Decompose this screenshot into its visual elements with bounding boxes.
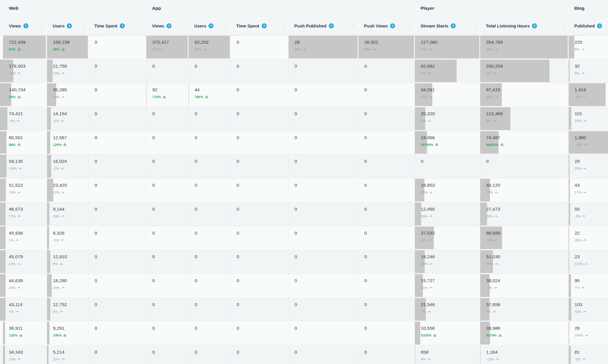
cell-value: 0 xyxy=(364,206,415,212)
cell-change: -12% xyxy=(486,358,568,361)
cell-wv: 43,1147% xyxy=(3,298,47,321)
cell-value: 38,024 xyxy=(486,278,568,284)
help-icon[interactable]: ? xyxy=(208,23,214,28)
help-icon[interactable]: ? xyxy=(329,23,334,28)
cell-pv: 0 xyxy=(358,178,415,202)
change-value: -2% xyxy=(575,95,580,99)
cell-change: -10% xyxy=(9,167,47,170)
cell-wu: 8,328-2% xyxy=(47,226,88,250)
cell-value: 0 xyxy=(95,87,146,93)
trend-up-icon xyxy=(16,239,19,241)
sort-icon[interactable]: ↑↓ xyxy=(41,24,43,28)
change-value: 17% xyxy=(575,191,581,194)
sort-icon[interactable]: ↑↓ xyxy=(562,24,565,28)
cell-pp: 0 xyxy=(288,274,358,298)
cell-content: 0 xyxy=(358,298,415,308)
column-header-wt[interactable]: Time Spent?↑↓ xyxy=(88,17,146,35)
change-value: 14% xyxy=(486,238,493,242)
column-header-au[interactable]: Users?↑↓ xyxy=(188,17,230,35)
cell-value: 0 xyxy=(364,325,415,331)
sort-icon[interactable]: ↑↓ xyxy=(82,24,85,28)
value-bar xyxy=(0,203,3,225)
column-header-pv[interactable]: Push Views?↑↓ xyxy=(358,17,415,35)
cell-value: 722,439 xyxy=(9,39,47,45)
help-icon[interactable]: ? xyxy=(120,23,125,28)
sort-icon[interactable]: ↑↓ xyxy=(352,24,355,28)
change-value: 8% xyxy=(421,358,426,361)
cell-change: 30% xyxy=(486,95,568,99)
cell-content: 0 xyxy=(189,226,230,236)
sort-icon[interactable]: ↑↓ xyxy=(182,24,185,28)
cell-change: 35% xyxy=(575,238,608,242)
trend-down-icon xyxy=(17,120,20,122)
cell-pv: 0 xyxy=(358,321,415,345)
help-icon[interactable]: ? xyxy=(597,23,602,28)
cell-wv: 176,50310% xyxy=(3,59,47,83)
cell-value: 0 xyxy=(152,111,188,117)
change-value: 129% xyxy=(53,143,62,147)
cell-content: 24,06649769% xyxy=(415,131,480,147)
column-header-bp[interactable]: Published?↑↓ xyxy=(568,17,608,35)
cell-change: 16% xyxy=(295,48,358,51)
change-value: 17% xyxy=(9,214,16,218)
value-bar xyxy=(0,107,3,130)
trend-up-icon xyxy=(583,239,586,241)
column-header-ss[interactable]: Stream Starts?↑↓ xyxy=(415,17,480,35)
column-header-tlh[interactable]: Total Listening Hours?↑↓ xyxy=(480,17,568,35)
help-icon[interactable]: ? xyxy=(262,23,267,28)
cell-value: 0 xyxy=(152,349,188,355)
sort-icon[interactable]: ↑↓ xyxy=(408,24,411,28)
cell-content: 0 xyxy=(231,83,288,93)
help-icon[interactable]: ? xyxy=(166,23,172,28)
cell-bp: 26266% xyxy=(568,321,608,345)
table-row: 140,73454%35,28550%092710%44786%00034,59… xyxy=(0,83,608,107)
cell-pv: 0 xyxy=(358,226,415,250)
column-label: Push Published xyxy=(294,24,326,28)
cell-value: 5,214 xyxy=(53,349,88,355)
cell-value: 20,320 xyxy=(421,111,480,117)
trend-down-icon xyxy=(584,144,588,146)
cell-content: 0 xyxy=(146,274,188,284)
sort-icon[interactable]: ↑↓ xyxy=(140,24,143,28)
cell-value: 0 xyxy=(195,349,230,355)
table-row: 51,52224%23,42522%00000018,85322%40,1201… xyxy=(0,178,608,202)
trend-up-icon xyxy=(583,191,586,194)
cell-content: 62,20269% xyxy=(189,35,230,51)
cell-ss: 15,72741% xyxy=(415,274,480,298)
cell-content: 127,06067% xyxy=(415,35,480,51)
value-bar xyxy=(0,131,3,154)
sort-icon[interactable]: ↑↓ xyxy=(474,24,476,28)
column-header-at[interactable]: Time Spent?↑↓ xyxy=(230,17,288,35)
change-value: 24% xyxy=(53,214,60,218)
cell-av: 0 xyxy=(146,298,188,321)
column-header-pp[interactable]: Push Published?↑↓ xyxy=(288,17,358,35)
column-header-av[interactable]: Views?↑↓ xyxy=(146,17,188,35)
cell-pp: 0 xyxy=(288,59,358,83)
column-header-wv[interactable]: Views?↑↓ xyxy=(3,17,47,35)
cell-value: 0 xyxy=(237,206,288,212)
change-value: 54% xyxy=(9,95,16,99)
help-icon[interactable]: ? xyxy=(390,23,395,28)
column-label: Total Listening Hours xyxy=(486,24,530,28)
help-icon[interactable]: ? xyxy=(532,23,537,28)
cell-pv: 0 xyxy=(358,107,415,131)
cell-content: 0 xyxy=(146,298,188,308)
cell-ss: 6588% xyxy=(415,345,480,364)
column-header-prev-partial[interactable]: ↑↓ xyxy=(0,17,3,35)
cell-content: 18,85322% xyxy=(415,178,480,194)
column-header-wu[interactable]: Users?↑↓ xyxy=(47,17,88,35)
help-icon[interactable]: ? xyxy=(451,23,456,28)
cell-value: 10,558 xyxy=(421,325,480,331)
cell-content: 12,49519% xyxy=(415,202,480,218)
sort-icon[interactable]: ↑↓ xyxy=(282,24,285,28)
trend-up-icon xyxy=(499,334,502,337)
cell-au: 0 xyxy=(188,178,230,202)
cell-content: 10342% xyxy=(569,298,608,313)
cell-value: 0 xyxy=(295,206,358,212)
cell-content: 0 xyxy=(189,131,230,141)
cell-content: 0 xyxy=(89,321,146,331)
cell-content: 74,48798824% xyxy=(480,131,568,147)
help-icon[interactable]: ? xyxy=(67,23,72,28)
sort-icon[interactable]: ↑↓ xyxy=(224,24,227,28)
help-icon[interactable]: ? xyxy=(23,23,28,28)
